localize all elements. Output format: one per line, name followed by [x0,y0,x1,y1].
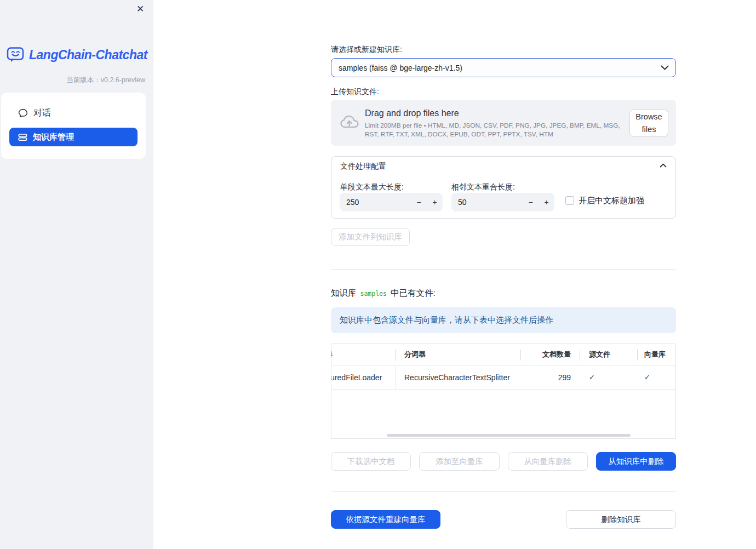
sidebar-item-label: 对话 [33,107,51,119]
browse-files-button[interactable]: Browse files [629,109,668,137]
kb-select-value: samples (faiss @ bge-large-zh-v1.5) [331,64,661,72]
chevron-down-icon [661,65,669,70]
overlap-decrement-button[interactable]: − [523,193,539,211]
main-content: 请选择或新建知识库: samples (faiss @ bge-large-zh… [331,0,676,549]
chunk-size-increment-button[interactable]: + [427,193,443,211]
app-title: LangChain-Chatchat [29,48,147,62]
overlap-increment-button[interactable]: + [539,193,554,211]
app-logo: LangChain-Chatchat [7,47,147,64]
sidebar: ✕ LangChain-Chatchat 当前版本：v0.2.6-preview [0,0,153,549]
overlap-size-value: 50 [451,198,523,207]
add-files-to-kb-button[interactable]: 添加文件到知识库 [331,228,410,246]
column-separator [395,365,396,390]
col-header-doc-count: 文档数量 [520,350,580,359]
chunk-size-decrement-button[interactable]: − [411,193,427,211]
rebuild-vector-store-button[interactable]: 依据源文件重建向量库 [331,510,440,529]
chat-smiley-logo-icon [7,47,25,64]
chevron-up-icon[interactable] [660,163,667,168]
divider [331,491,676,492]
horizontal-scrollbar[interactable] [387,434,631,437]
version-text: 当前版本：v0.2.6-preview [66,76,145,85]
overlap-size-label: 相邻文本重合长度: [451,182,515,192]
cell-source-file-check: ✓ [580,373,637,381]
file-config-title[interactable]: 文件处理配置 [340,162,386,171]
zh-title-enhance-checkbox[interactable] [565,196,574,205]
sidebar-item-chat[interactable]: 对话 [9,104,138,122]
info-alert-text: 知识库中包含源文件与向量库，请从下表中选择文件后操作 [331,315,553,325]
sidebar-item-label: 知识库管理 [33,132,74,142]
cell-vector-store-check: ✓ [637,373,675,381]
sidebar-menu: 对话 知识库管理 [1,93,146,159]
existing-files-heading: 知识库 samples 中已有文件: [331,288,436,299]
existing-suffix: 中已有文件: [391,288,436,299]
chunk-size-value: 250 [340,198,411,207]
sidebar-item-knowledge-base[interactable]: 知识库管理 [9,128,138,146]
download-selected-button[interactable]: 下载选中文档 [331,452,411,471]
dropzone-limits: Limit 200MB per file • HTML, MD, JSON, C… [365,121,629,139]
col-header-vector-store: 向量库 [637,350,675,359]
delete-from-vector-store-button[interactable]: 从向量库删除 [508,452,588,471]
chunk-size-input[interactable]: 250 − + [340,193,443,211]
chunk-size-label: 单段文本最大长度: [340,182,404,192]
overlap-size-input[interactable]: 50 − + [451,193,554,211]
knowledge-base-list-icon [18,133,27,142]
zh-title-enhance-label: 开启中文标题加强 [579,196,644,206]
file-dropzone[interactable]: Drag and drop files here Limit 200MB per… [331,100,676,146]
add-to-vector-store-button[interactable]: 添加至向量库 [419,452,499,471]
file-action-buttons: 下载选中文档 添加至向量库 从向量库删除 从知识库中删除 [331,452,676,471]
cell-loader: UnstructuredFileLoader [331,373,395,382]
column-separator [580,350,580,361]
column-separator [395,350,396,361]
kb-select-label: 请选择或新建知识库: [331,45,402,55]
file-config-expander: 文件处理配置 单段文本最大长度: 相邻文本重合长度: 250 − + 50 − … [331,156,676,219]
existing-prefix: 知识库 [331,288,357,299]
kb-files-table: 文档加载器 分词器 文档数量 源文件 向量库 UnstructuredFileL… [331,344,676,439]
cell-doc-count: 299 [520,373,580,382]
dropzone-title: Drag and drop files here [365,108,629,118]
delete-from-kb-button[interactable]: 从知识库中删除 [596,452,676,471]
chat-bubble-icon [18,108,28,118]
info-alert: 知识库中包含源文件与向量库，请从下表中选择文件后操作 [331,307,676,333]
cell-splitter: RecursiveCharacterTextSplitter [395,373,520,382]
column-separator [637,350,638,361]
kb-name-code: samples [360,290,387,298]
table-row[interactable]: UnstructuredFileLoader RecursiveCharacte… [331,365,675,390]
col-header-splitter: 分词器 [395,350,520,359]
delete-kb-button[interactable]: 删除知识库 [566,510,676,529]
column-separator [520,350,521,361]
divider [331,269,676,270]
upload-label: 上传知识文件: [331,87,379,97]
col-header-loader: 文档加载器 [331,350,395,359]
close-sidebar-icon[interactable]: ✕ [134,3,147,16]
dropzone-instructions: Drag and drop files here Limit 200MB per… [365,108,629,139]
kb-select-dropdown[interactable]: samples (faiss @ bge-large-zh-v1.5) [331,58,676,77]
cloud-upload-icon [340,114,359,130]
table-header-row: 文档加载器 分词器 文档数量 源文件 向量库 [331,344,675,365]
app-window: ✕ LangChain-Chatchat 当前版本：v0.2.6-preview [0,0,756,549]
col-header-source-file: 源文件 [580,350,637,359]
